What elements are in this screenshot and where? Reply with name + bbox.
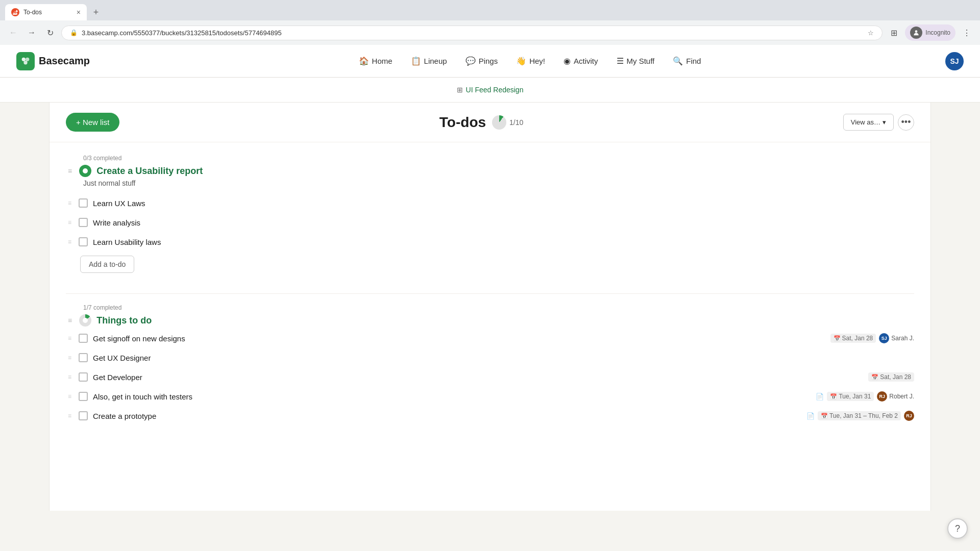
todo-list-things: 1/7 completed ≡ Things to do ≡ Get signo…: [66, 304, 914, 425]
todo-meta-dev: 📅 Sat, Jan 28: [868, 372, 914, 382]
todo-meta-prototype: 📄 📅 Tue, Jan 31 – Thu, Feb 2 RJ: [806, 411, 914, 421]
browser-action-buttons: ⊞ Incognito ⋮: [887, 24, 974, 41]
progress-indicator: 1/10: [492, 115, 523, 130]
todo-meta-signoff: 📅 Sat, Jan 28 SJ Sarah J.: [830, 333, 914, 343]
browser-controls: ← → ↻ 🔒 3.basecamp.com/5550377/buckets/3…: [0, 20, 980, 45]
logo[interactable]: Basecamp: [16, 52, 90, 70]
assignee-avatar-sj: SJ: [879, 333, 889, 343]
nav-pings[interactable]: 💬 Pings: [457, 52, 506, 70]
project-name: UI Feed Redesign: [466, 86, 524, 94]
incognito-button[interactable]: Incognito: [905, 24, 955, 41]
view-as-button[interactable]: View as… ▾: [843, 114, 894, 131]
todo-item: ≡ Write analysis: [66, 213, 914, 232]
breadcrumb-link[interactable]: ⊞ UI Feed Redesign: [457, 86, 524, 94]
progress-text: 1/10: [509, 118, 523, 127]
calendar-icon: 📅: [871, 374, 878, 381]
list-icon-2: [79, 314, 91, 327]
todo-date-signoff: 📅 Sat, Jan 28: [830, 334, 876, 343]
help-button[interactable]: ?: [947, 518, 968, 539]
todo-item: ≡ Learn UX Laws: [66, 193, 914, 213]
browser-tab[interactable]: 🏕 To-dos ×: [5, 4, 87, 20]
nav-activity[interactable]: ◉ Activity: [555, 52, 606, 70]
todo-label-get-dev: Get Developer: [93, 373, 861, 382]
nav-mystuff[interactable]: ☰ My Stuff: [608, 52, 663, 70]
todo-label-signoff: Get signoff on new designs: [93, 334, 823, 343]
home-icon: 🏠: [359, 56, 369, 66]
list-description-1: Just normal stuff: [83, 179, 914, 187]
todo-checkbox-learn-usability[interactable]: [79, 237, 88, 246]
todo-item: ≡ Get UX Designer: [66, 348, 914, 367]
todo-label-prototype: Create a prototype: [93, 412, 799, 420]
todo-drag-handle[interactable]: ≡: [66, 352, 74, 363]
list-drag-handle-2[interactable]: ≡: [66, 314, 74, 327]
list-drag-handle-1[interactable]: ≡: [66, 165, 74, 177]
todo-checkbox-signoff[interactable]: [79, 334, 88, 343]
todo-drag-handle[interactable]: ≡: [66, 236, 74, 247]
progress-circle: [492, 115, 506, 130]
calendar-icon: 📅: [821, 413, 828, 419]
app: Basecamp 🏠 Home 📋 Lineup 💬 Pings 👋 Hey! …: [0, 45, 980, 551]
todo-checkbox-write-analysis[interactable]: [79, 218, 88, 227]
nav-lineup[interactable]: 📋 Lineup: [403, 52, 455, 70]
svg-point-1: [22, 57, 26, 61]
list-title-link-1[interactable]: Create a Usability report: [96, 166, 203, 177]
page-title: To-dos: [439, 114, 486, 131]
reload-button[interactable]: ↻: [43, 26, 57, 40]
browser-tab-bar: 🏕 To-dos × +: [0, 0, 980, 20]
todo-list-usability: 0/3 completed ≡ Create a Usability repor…: [66, 155, 914, 273]
svg-point-5: [83, 318, 88, 323]
todo-assignee-prototype: RJ: [904, 411, 914, 421]
logo-icon: [16, 52, 35, 70]
list-icon-1: [79, 165, 91, 177]
svg-point-4: [83, 168, 88, 173]
nav-hey[interactable]: 👋 Hey!: [508, 52, 553, 70]
todo-date-dev: 📅 Sat, Jan 28: [868, 372, 914, 382]
new-list-button[interactable]: + New list: [66, 113, 119, 132]
forward-button[interactable]: →: [24, 26, 39, 40]
todo-label-get-ux: Get UX Designer: [93, 354, 914, 362]
hey-icon: 👋: [516, 56, 526, 66]
todo-drag-handle[interactable]: ≡: [66, 371, 74, 383]
note-icon: 📄: [816, 393, 824, 400]
nav-find[interactable]: 🔍 Find: [665, 52, 709, 70]
todo-drag-handle[interactable]: ≡: [66, 197, 74, 209]
todo-checkbox-get-dev[interactable]: [79, 372, 88, 382]
todo-drag-handle[interactable]: ≡: [66, 333, 74, 344]
add-todo-button-1[interactable]: Add a to-do: [80, 256, 134, 273]
todo-assignee-testers: RJ Robert J.: [877, 391, 914, 402]
todo-label-learn-ux: Learn UX Laws: [93, 199, 914, 208]
browser-menu-button[interactable]: ⋮: [960, 26, 974, 40]
todo-drag-handle[interactable]: ≡: [66, 410, 74, 421]
todo-checkbox-prototype[interactable]: [79, 411, 88, 420]
todo-checkbox-testers[interactable]: [79, 392, 88, 401]
breadcrumb-bar: ⊞ UI Feed Redesign: [0, 78, 980, 103]
todo-item: ≡ Learn Usability laws: [66, 232, 914, 252]
tab-close-icon[interactable]: ×: [77, 8, 81, 16]
logo-text: Basecamp: [39, 55, 90, 67]
todo-checkbox-get-ux[interactable]: [79, 353, 88, 362]
todo-checkbox-learn-ux[interactable]: [79, 198, 88, 208]
svg-point-0: [915, 30, 918, 33]
content-header: + New list To-dos 1/10 View as… ▾ •••: [50, 103, 930, 142]
todo-drag-handle[interactable]: ≡: [66, 217, 74, 228]
list-header-2: ≡ Things to do: [66, 314, 914, 327]
more-options-button[interactable]: •••: [898, 114, 914, 131]
extensions-button[interactable]: ⊞: [887, 26, 901, 40]
user-avatar[interactable]: SJ: [945, 52, 964, 70]
tab-favicon: 🏕: [11, 8, 19, 16]
completed-count-1: 0/3 completed: [83, 155, 914, 162]
address-bar[interactable]: 🔒 3.basecamp.com/5550377/buckets/3132581…: [61, 26, 883, 40]
list-title-link-2[interactable]: Things to do: [96, 315, 152, 326]
note-icon: 📄: [806, 412, 815, 420]
grid-icon: ⊞: [457, 86, 463, 94]
nav-home[interactable]: 🏠 Home: [351, 52, 401, 70]
todo-item: ≡ Get Developer 📅 Sat, Jan 28: [66, 367, 914, 387]
back-button[interactable]: ←: [6, 26, 20, 40]
todo-assignee-signoff: SJ Sarah J.: [879, 333, 914, 343]
bookmark-icon[interactable]: ☆: [868, 29, 874, 37]
todo-meta-testers: 📄 📅 Tue, Jan 31 RJ Robert J.: [816, 391, 914, 402]
lock-icon: 🔒: [70, 29, 78, 36]
todo-drag-handle[interactable]: ≡: [66, 391, 74, 402]
todo-item: ≡ Create a prototype 📄 📅 Tue, Jan 31 – T…: [66, 406, 914, 425]
new-tab-button[interactable]: +: [89, 5, 103, 19]
